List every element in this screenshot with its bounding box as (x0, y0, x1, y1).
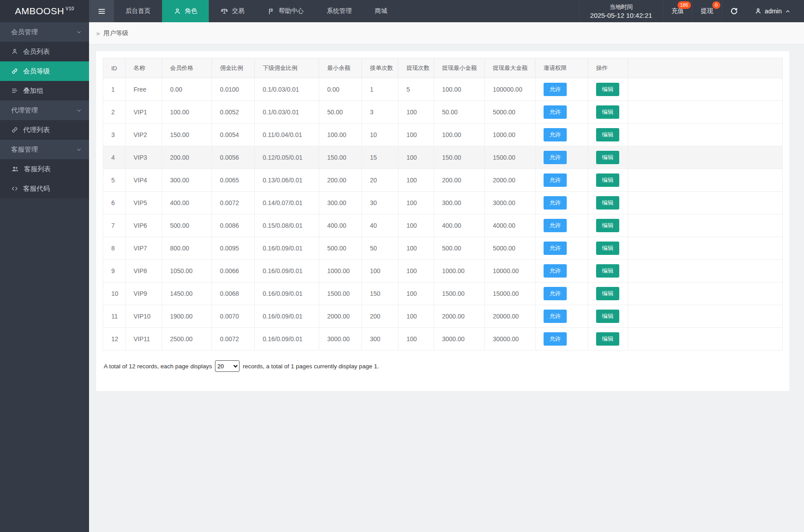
allow-button[interactable]: 允许 (544, 196, 567, 210)
brand-version: V10 (65, 6, 74, 11)
nav-item-label: 商城 (375, 7, 387, 15)
table-cell: 2000.00 (319, 305, 362, 328)
edit-button[interactable]: 编辑 (596, 128, 619, 141)
sidebar-item-member-list[interactable]: 会员列表 (0, 42, 89, 61)
recharge-button[interactable]: 186 充值 (663, 0, 692, 22)
table-cell: 100 (398, 282, 434, 305)
page-size-select[interactable]: 20 (215, 360, 240, 372)
sidebar-toggle-button[interactable] (89, 0, 114, 22)
table-cell: 300.00 (319, 192, 362, 214)
sidebar-item-service-code[interactable]: 客服代码 (0, 179, 89, 198)
column-header: 提现最大金额 (485, 58, 536, 78)
allow-button[interactable]: 允许 (544, 151, 567, 164)
table-cell: 0.0054 (212, 124, 255, 146)
content-area: ID名称会员价格佣金比例下级佣金比例最小余额接单次数提现次数提现最小金额提现最大… (89, 44, 804, 532)
table-row: 2VIP1100.000.00520.1/0.03/0.0150.0031005… (103, 101, 783, 124)
table-cell: 0.1/0.03/0.01 (255, 78, 319, 101)
sidebar-item-member-level[interactable]: 会员等级 (0, 61, 89, 81)
table-cell: 4000.00 (485, 214, 536, 237)
edit-button[interactable]: 编辑 (596, 310, 619, 323)
table-row: 12VIP112500.000.00720.16/0.09/0.013000.0… (103, 328, 783, 351)
column-header: 下级佣金比例 (255, 58, 319, 78)
invite-permission-cell: 允许 (536, 101, 588, 124)
sidebar-item-service-management[interactable]: 客服管理 (0, 140, 89, 159)
sidebar-item-agent-list[interactable]: 代理列表 (0, 120, 89, 140)
action-cell: 编辑 (588, 328, 628, 351)
allow-button[interactable]: 允许 (544, 83, 567, 96)
invite-permission-cell: 允许 (536, 214, 588, 237)
table-cell: 50 (362, 237, 398, 260)
allow-button[interactable]: 允许 (544, 242, 567, 255)
navbar-right: 当地时间 2025-05-12 10:42:21 186 充值 0 提现 a (579, 0, 804, 22)
table-cell: 0.0056 (212, 146, 255, 169)
nav-item-mall[interactable]: 商城 (363, 0, 399, 22)
table-cell: 150 (362, 282, 398, 305)
nav-item-system[interactable]: 系统管理 (315, 0, 363, 22)
users-icon (11, 165, 19, 173)
empty-cell (628, 192, 783, 214)
refresh-button[interactable] (722, 0, 747, 22)
table-cell: 0.0072 (212, 328, 255, 351)
withdraw-button[interactable]: 0 提现 (692, 0, 722, 22)
sidebar-item-service-list[interactable]: 客服列表 (0, 159, 89, 179)
invite-permission-cell: 允许 (536, 78, 588, 101)
edit-button[interactable]: 编辑 (596, 83, 619, 96)
table-cell: 100000.00 (485, 78, 536, 101)
invite-permission-cell: 允许 (536, 282, 588, 305)
nav-item-trade[interactable]: 交易 (209, 0, 256, 22)
allow-button[interactable]: 允许 (544, 128, 567, 141)
chevron-up-icon (785, 8, 791, 14)
invite-permission-cell: 允许 (536, 124, 588, 146)
empty-cell (628, 78, 783, 101)
table-row: 3VIP2150.000.00540.11/0.04/0.01100.00101… (103, 124, 783, 146)
user-menu[interactable]: admin (747, 0, 804, 22)
edit-button[interactable]: 编辑 (596, 242, 619, 255)
allow-button[interactable]: 允许 (544, 105, 567, 119)
nav-item-help-center[interactable]: 帮助中心 (256, 0, 315, 22)
edit-button[interactable]: 编辑 (596, 173, 619, 187)
edit-button[interactable]: 编辑 (596, 287, 619, 300)
column-header: 佣金比例 (212, 58, 255, 78)
nav-item-dashboard[interactable]: 后台首页 (114, 0, 162, 22)
table-cell: 3000.00 (485, 192, 536, 214)
table-cell: 1500.00 (319, 282, 362, 305)
table-cell: 1 (103, 78, 126, 101)
table-cell: 3000.00 (434, 328, 485, 351)
sidebar-item-overlay-group[interactable]: 叠加组 (0, 81, 89, 101)
empty-cell (628, 328, 783, 351)
sidebar-group-label: 代理管理 (11, 106, 38, 115)
table-cell: 100 (398, 101, 434, 124)
allow-button[interactable]: 允许 (544, 173, 567, 187)
table-cell: 0.0068 (212, 282, 255, 305)
table-cell: 100 (398, 237, 434, 260)
allow-button[interactable]: 允许 (544, 332, 567, 346)
user-icon (11, 48, 18, 55)
sidebar-item-agent-management[interactable]: 代理管理 (0, 101, 89, 120)
edit-button[interactable]: 编辑 (596, 332, 619, 346)
edit-button[interactable]: 编辑 (596, 151, 619, 164)
edit-button[interactable]: 编辑 (596, 196, 619, 210)
edit-button[interactable]: 编辑 (596, 264, 619, 278)
edit-button[interactable]: 编辑 (596, 219, 619, 232)
empty-cell (628, 214, 783, 237)
table-row: 4VIP3200.000.00560.12/0.05/0.01150.00151… (103, 146, 783, 169)
chevron-down-icon (76, 108, 82, 113)
table-cell: 3 (362, 101, 398, 124)
table-cell: 100 (398, 260, 434, 282)
allow-button[interactable]: 允许 (544, 264, 567, 278)
allow-button[interactable]: 允许 (544, 310, 567, 323)
edit-button[interactable]: 编辑 (596, 105, 619, 119)
allow-button[interactable]: 允许 (544, 219, 567, 232)
table-cell: 1000.00 (485, 124, 536, 146)
allow-button[interactable]: 允许 (544, 287, 567, 300)
table-cell: 100 (398, 192, 434, 214)
table-cell: 0.0052 (212, 101, 255, 124)
scales-icon (220, 7, 228, 15)
nav-item-roles[interactable]: 角色 (162, 0, 209, 22)
link-icon (11, 68, 18, 75)
user-name: admin (765, 8, 782, 15)
sidebar-item-member-management[interactable]: 会员管理 (0, 22, 89, 42)
brand-logo: AMBOOSHV10 (0, 0, 89, 22)
table-cell: 2000.00 (485, 169, 536, 192)
action-cell: 编辑 (588, 192, 628, 214)
